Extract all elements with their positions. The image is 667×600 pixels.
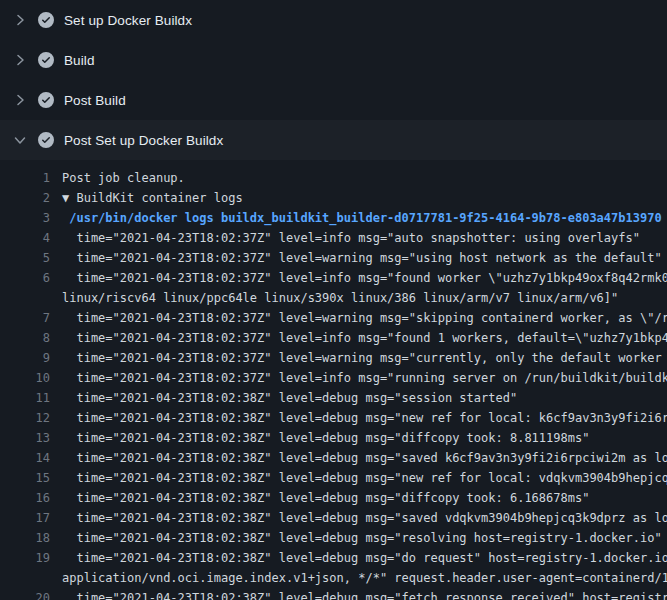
log-line-number[interactable]: [0, 568, 50, 588]
log-line: 2 ▼ BuildKit container logs: [0, 188, 667, 208]
log-line-number[interactable]: 15: [0, 468, 50, 488]
log-line: 11 time="2021-04-23T18:02:38Z" level=deb…: [0, 388, 667, 408]
log-line-number[interactable]: 2: [0, 188, 50, 208]
step-set-up-docker-buildx[interactable]: Set up Docker Buildx: [0, 0, 667, 40]
log-lines: 1 Post job cleanup. 2 ▼ BuildKit contain…: [0, 168, 667, 600]
chevron-right-icon: [12, 12, 28, 28]
chevron-down-icon: [12, 132, 28, 148]
log-line-number[interactable]: 10: [0, 368, 50, 388]
log-line-text: time="2021-04-23T18:02:38Z" level=debug …: [50, 408, 667, 428]
log-line-text: time="2021-04-23T18:02:38Z" level=debug …: [50, 448, 667, 468]
log-line: 12 time="2021-04-23T18:02:38Z" level=deb…: [0, 408, 667, 428]
log-line: 16 time="2021-04-23T18:02:38Z" level=deb…: [0, 488, 667, 508]
log-line: linux/riscv64 linux/ppc64le linux/s390x …: [0, 288, 667, 308]
log-line: 1 Post job cleanup.: [0, 168, 667, 188]
log-line: 18 time="2021-04-23T18:02:38Z" level=deb…: [0, 528, 667, 548]
log-line: 10 time="2021-04-23T18:02:37Z" level=inf…: [0, 368, 667, 388]
log-line-text: Post job cleanup.: [50, 168, 185, 188]
log-line-text: time="2021-04-23T18:02:38Z" level=debug …: [50, 468, 667, 488]
log-line-text: time="2021-04-23T18:02:37Z" level=info m…: [50, 228, 640, 248]
log-line: 8 time="2021-04-23T18:02:37Z" level=info…: [0, 328, 667, 348]
log-line-text: time="2021-04-23T18:02:37Z" level=info m…: [50, 328, 667, 348]
log-line: application/vnd.oci.image.index.v1+json,…: [0, 568, 667, 588]
log-line-text: time="2021-04-23T18:02:37Z" level=info m…: [50, 268, 667, 288]
log-line-text: time="2021-04-23T18:02:37Z" level=warnin…: [50, 248, 662, 268]
check-circle-icon: [38, 132, 54, 148]
log-line-number[interactable]: 7: [0, 308, 50, 328]
log-line-number[interactable]: 1: [0, 168, 50, 188]
log-line: 14 time="2021-04-23T18:02:38Z" level=deb…: [0, 448, 667, 468]
log-line: 17 time="2021-04-23T18:02:38Z" level=deb…: [0, 508, 667, 528]
step-label: Build: [64, 53, 95, 68]
check-circle-icon: [38, 12, 54, 28]
chevron-right-icon: [12, 92, 28, 108]
log-line-text: linux/riscv64 linux/ppc64le linux/s390x …: [50, 288, 618, 308]
step-label: Set up Docker Buildx: [64, 13, 192, 28]
log-line-text: time="2021-04-23T18:02:38Z" level=debug …: [50, 528, 662, 548]
log-line: 20 time="2021-04-23T18:02:38Z" level=deb…: [0, 588, 667, 600]
log-line: 6 time="2021-04-23T18:02:37Z" level=info…: [0, 268, 667, 288]
log-line-text: time="2021-04-23T18:02:38Z" level=debug …: [50, 548, 667, 568]
log-line: 3 /usr/bin/docker logs buildx_buildkit_b…: [0, 208, 667, 228]
log-line: 5 time="2021-04-23T18:02:37Z" level=warn…: [0, 248, 667, 268]
log-line: 9 time="2021-04-23T18:02:37Z" level=warn…: [0, 348, 667, 368]
log-line-number[interactable]: 9: [0, 348, 50, 368]
step-label: Post Build: [64, 93, 126, 108]
log-line-number[interactable]: 17: [0, 508, 50, 528]
check-circle-icon: [38, 52, 54, 68]
log-line-text: application/vnd.oci.image.index.v1+json,…: [50, 568, 667, 588]
log-line-number[interactable]: [0, 288, 50, 308]
log-line-text: /usr/bin/docker logs buildx_buildkit_bui…: [50, 208, 662, 228]
log-line-text: time="2021-04-23T18:02:38Z" level=debug …: [50, 588, 667, 600]
log-line-number[interactable]: 6: [0, 268, 50, 288]
steps-list: Set up Docker Buildx Build Post Build Po…: [0, 0, 667, 160]
log-line-text: time="2021-04-23T18:02:38Z" level=debug …: [50, 428, 589, 448]
log-line: 19 time="2021-04-23T18:02:38Z" level=deb…: [0, 548, 667, 568]
log-line-number[interactable]: 3: [0, 208, 50, 228]
log-line-text[interactable]: ▼ BuildKit container logs: [50, 188, 243, 208]
step-label: Post Set up Docker Buildx: [64, 133, 223, 148]
log-line-text: time="2021-04-23T18:02:38Z" level=debug …: [50, 388, 517, 408]
log-line-number[interactable]: 13: [0, 428, 50, 448]
log-line-text: time="2021-04-23T18:02:37Z" level=warnin…: [50, 308, 667, 328]
log-line-number[interactable]: 11: [0, 388, 50, 408]
check-circle-icon: [38, 92, 54, 108]
log-line-number[interactable]: 4: [0, 228, 50, 248]
log-line-number[interactable]: 14: [0, 448, 50, 468]
step-post-build[interactable]: Post Build: [0, 80, 667, 120]
log-line-number[interactable]: 20: [0, 588, 50, 600]
log-line: 7 time="2021-04-23T18:02:37Z" level=warn…: [0, 308, 667, 328]
log-line-number[interactable]: 12: [0, 408, 50, 428]
log-container: 1 Post job cleanup. 2 ▼ BuildKit contain…: [0, 160, 667, 600]
log-line-number[interactable]: 5: [0, 248, 50, 268]
log-line-text: time="2021-04-23T18:02:38Z" level=debug …: [50, 488, 589, 508]
log-line-text: time="2021-04-23T18:02:38Z" level=debug …: [50, 508, 667, 528]
log-line: 4 time="2021-04-23T18:02:37Z" level=info…: [0, 228, 667, 248]
chevron-right-icon: [12, 52, 28, 68]
log-line: 15 time="2021-04-23T18:02:38Z" level=deb…: [0, 468, 667, 488]
log-line-text: time="2021-04-23T18:02:37Z" level=warnin…: [50, 348, 667, 368]
step-build[interactable]: Build: [0, 40, 667, 80]
log-line: 13 time="2021-04-23T18:02:38Z" level=deb…: [0, 428, 667, 448]
log-line-number[interactable]: 19: [0, 548, 50, 568]
log-line-text: time="2021-04-23T18:02:37Z" level=info m…: [50, 368, 667, 388]
log-line-number[interactable]: 18: [0, 528, 50, 548]
log-line-number[interactable]: 16: [0, 488, 50, 508]
step-post-set-up-docker-buildx[interactable]: Post Set up Docker Buildx: [0, 120, 667, 160]
log-line-number[interactable]: 8: [0, 328, 50, 348]
